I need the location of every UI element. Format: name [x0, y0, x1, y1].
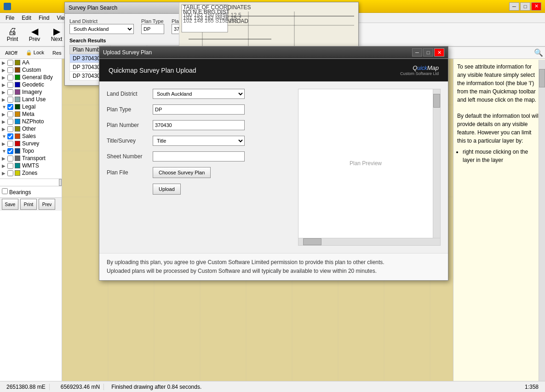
- preview-scrollbar-v[interactable]: [433, 89, 440, 238]
- print-layer-button[interactable]: Print: [20, 199, 37, 210]
- layer-other[interactable]: ▶ Other: [0, 125, 62, 133]
- layer-meta-checkbox[interactable]: [7, 111, 13, 117]
- layer-meta[interactable]: ▶ Meta: [0, 110, 62, 118]
- upload-maximize-button[interactable]: □: [423, 48, 433, 57]
- upload-land-district-select[interactable]: South Auckland North Auckland: [153, 89, 245, 99]
- layer-imagery[interactable]: ▶ Imagery: [0, 88, 62, 96]
- layer-imagery-checkbox[interactable]: [7, 89, 13, 95]
- layer-nzphoto[interactable]: ▶ NZPhoto: [0, 118, 62, 125]
- magnifier-icon: 🔍: [534, 48, 543, 57]
- print-icon: 🖨: [8, 27, 17, 36]
- layer-aa-checkbox[interactable]: [7, 60, 13, 66]
- upload-minimize-button[interactable]: ─: [412, 48, 422, 57]
- maximize-button[interactable]: □: [520, 2, 530, 11]
- prev-button[interactable]: ◀ Prev: [24, 24, 45, 45]
- layer-land-use-checkbox[interactable]: [7, 97, 13, 103]
- layer-sales-checkbox[interactable]: [7, 133, 13, 139]
- layer-topo-checkbox[interactable]: [7, 148, 13, 154]
- menu-file[interactable]: File: [2, 14, 18, 22]
- layer-zones-label: Zones: [22, 170, 37, 176]
- layer-zones[interactable]: ▶ Zones: [0, 169, 62, 177]
- layer-legal-checkbox[interactable]: [7, 104, 13, 110]
- status-message: Finished drawing after 0.84 seconds.: [111, 384, 201, 390]
- layer-custom[interactable]: ▶ Custom: [0, 66, 62, 74]
- layer-sales-label: Sales: [22, 133, 36, 139]
- save-layer-button[interactable]: Save: [2, 199, 18, 210]
- layer-general-bdy-label: General Bdy: [22, 74, 53, 81]
- layer-general-bdy[interactable]: ▶ General Bdy: [0, 74, 62, 81]
- layer-land-use[interactable]: ▶ Land Use: [0, 96, 62, 103]
- menu-edit[interactable]: Edit: [18, 14, 35, 22]
- layer-transport-checkbox[interactable]: [7, 156, 13, 161]
- layer-nzphoto-checkbox[interactable]: [7, 119, 13, 125]
- scrollbar-thumb[interactable]: [539, 69, 545, 87]
- layer-panel-bottom: Bearings: [0, 186, 62, 197]
- upload-header: Quickmap Survey Plan Upload QuickMap Cus…: [99, 59, 448, 81]
- layer-nzphoto-label: NZPhoto: [22, 118, 44, 125]
- layer-custom-checkbox[interactable]: [7, 67, 13, 73]
- print-button[interactable]: 🖨 Print: [2, 24, 23, 45]
- land-district-select[interactable]: South Auckland North Auckland Wellington…: [69, 24, 134, 34]
- upload-title-survey-select[interactable]: Title Survey: [153, 136, 245, 146]
- northing-display: 6569293.46 mN: [57, 384, 104, 390]
- alloff-button[interactable]: AllOff: [2, 48, 21, 58]
- upload-footer-line2: Uploaded plans will be processed by Cust…: [107, 267, 441, 276]
- layer-geodetic[interactable]: ▶ Geodetic: [0, 81, 62, 88]
- bearings-checkbox[interactable]: [2, 188, 8, 194]
- layer-general-bdy-checkbox[interactable]: [7, 75, 13, 81]
- preview-scrollbar-thumb-v[interactable]: [433, 94, 440, 108]
- res-button[interactable]: Res: [49, 48, 65, 58]
- upload-plan-file-label: Plan File: [107, 169, 153, 176]
- layer-panel: ▶ AA ▶ Custom ▶ General Bdy ▶ Geodetic ▶: [0, 59, 62, 381]
- quickmap-logo-text: QuickMap: [413, 64, 439, 71]
- close-button[interactable]: ✕: [531, 2, 541, 11]
- layer-transport[interactable]: ▶ Transport: [0, 155, 62, 162]
- quickmap-logo-group: QuickMap Custom Software Ltd: [400, 64, 439, 76]
- layer-topo[interactable]: ▼ Topo: [0, 147, 62, 155]
- layer-wmts-checkbox[interactable]: [7, 163, 13, 169]
- layer-aa[interactable]: ▶ AA: [0, 59, 62, 66]
- expand-icon: ▼: [2, 134, 7, 139]
- upload-plan-number-input[interactable]: [153, 120, 245, 130]
- choose-survey-plan-button[interactable]: Choose Survey Plan: [153, 167, 211, 178]
- layer-zones-checkbox[interactable]: [7, 170, 13, 176]
- expand-icon: ▶: [2, 90, 7, 95]
- layer-sales[interactable]: ▼ Sales: [0, 133, 62, 140]
- layer-survey-checkbox[interactable]: [7, 141, 13, 147]
- upload-submit-button[interactable]: Upload: [153, 184, 181, 195]
- expand-icon: ▶: [2, 119, 7, 124]
- layer-legal[interactable]: ▼ Legal: [0, 103, 62, 110]
- help-scrollbar[interactable]: [539, 60, 545, 381]
- svg-text:102 148 165 S15E  8.3: 102 148 165 S15E 8.3: [183, 17, 238, 24]
- layer-other-checkbox[interactable]: [7, 126, 13, 132]
- layer-wmts[interactable]: ▶ WMTS: [0, 162, 62, 169]
- prev-icon: ◀: [31, 27, 38, 36]
- upload-title-survey-row: Title/Survey Title Survey: [107, 136, 291, 146]
- upload-plan-type-control: [153, 104, 291, 115]
- layer-survey[interactable]: ▶ Survey: [0, 140, 62, 147]
- upload-sheet-number-control: [153, 151, 291, 161]
- bearings-label[interactable]: Bearings: [2, 190, 31, 195]
- preview-scrollbar-thumb-h[interactable]: [303, 238, 321, 245]
- help-text-1: To see attribute information for any vis…: [457, 63, 541, 104]
- layer-topo-color: [15, 148, 20, 154]
- upload-footer: By uploading this plan, you agree to giv…: [99, 253, 448, 280]
- expand-icon: ▶: [2, 68, 7, 73]
- preview-layer-button[interactable]: Prev: [39, 199, 55, 210]
- menu-find[interactable]: Find: [35, 14, 53, 22]
- lock-button[interactable]: 🔒 Lock: [23, 48, 47, 58]
- help-text-2: By default the information tool will pro…: [457, 112, 541, 145]
- plan-type-input[interactable]: [141, 24, 164, 34]
- minimize-button[interactable]: ─: [509, 2, 519, 11]
- layer-transport-color: [15, 156, 20, 161]
- upload-land-district-label: Land District: [107, 91, 153, 97]
- layer-survey-color: [15, 141, 20, 146]
- help-panel: To see attribute information for any vis…: [453, 59, 545, 381]
- layer-geodetic-checkbox[interactable]: [7, 82, 13, 88]
- expand-icon: ▶: [2, 60, 7, 65]
- upload-preview: Plan Preview: [298, 89, 441, 246]
- preview-scrollbar-h[interactable]: [298, 238, 440, 245]
- upload-plan-type-input[interactable]: [153, 104, 245, 115]
- upload-close-button[interactable]: ✕: [434, 48, 444, 57]
- upload-sheet-number-input[interactable]: [153, 151, 245, 161]
